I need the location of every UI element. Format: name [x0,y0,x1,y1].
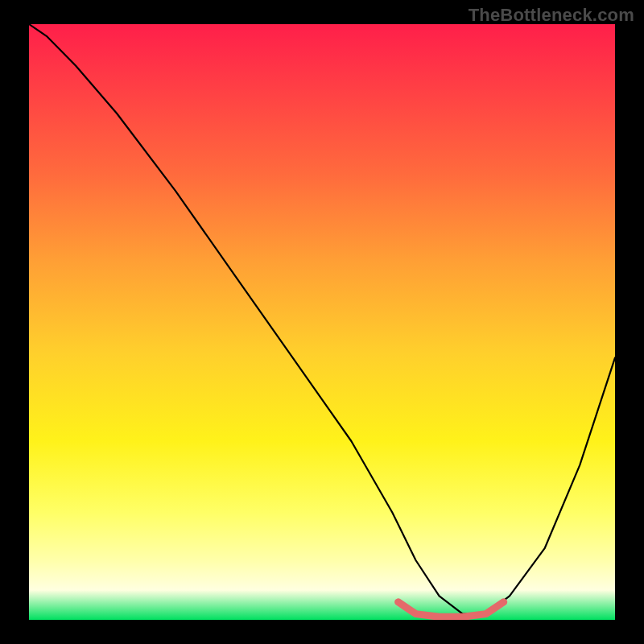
chart-frame: TheBottleneck.com [0,0,644,644]
watermark-label: TheBottleneck.com [469,5,634,26]
plot-area [29,24,615,620]
curve-layer [29,24,615,620]
bottleneck-curve-path [29,24,615,614]
